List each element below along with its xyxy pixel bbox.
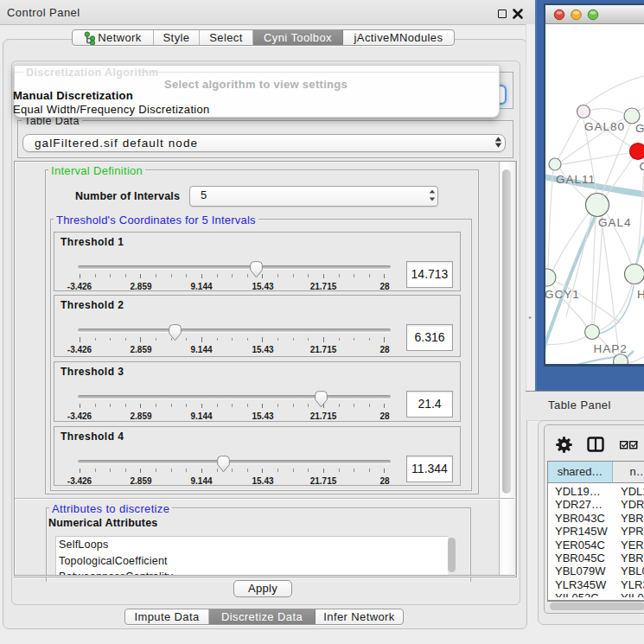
svg-text:GAL4: GAL4: [598, 216, 632, 229]
svg-text:GCY1: GCY1: [545, 288, 580, 301]
svg-text:GAL11: GAL11: [556, 173, 596, 186]
svg-text:C: C: [640, 160, 644, 173]
svg-text:H: H: [637, 288, 644, 301]
svg-text:HAP2: HAP2: [594, 342, 628, 355]
svg-text:G: G: [635, 122, 644, 135]
svg-text:GAL80: GAL80: [584, 120, 625, 133]
